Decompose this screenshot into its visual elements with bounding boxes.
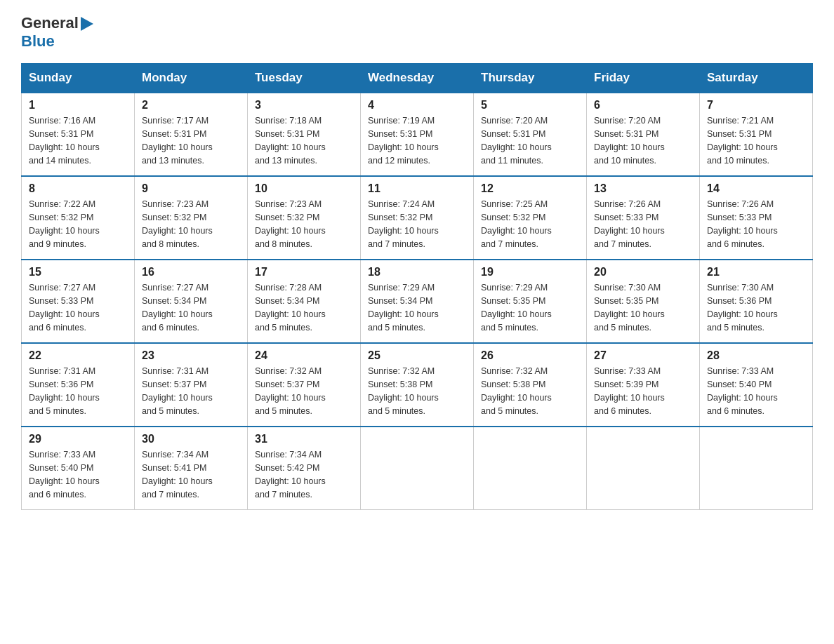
- day-number: 24: [255, 349, 353, 362]
- weekday-header-monday: Monday: [135, 64, 248, 93]
- day-info: Sunrise: 7:21 AM Sunset: 5:31 PM Dayligh…: [707, 114, 805, 167]
- weekday-header-friday: Friday: [587, 64, 700, 93]
- calendar-cell: 2 Sunrise: 7:17 AM Sunset: 5:31 PM Dayli…: [135, 93, 248, 176]
- weekday-header-row: SundayMondayTuesdayWednesdayThursdayFrid…: [22, 64, 813, 93]
- day-number: 14: [707, 182, 805, 195]
- day-number: 19: [481, 266, 579, 279]
- calendar-cell: 16 Sunrise: 7:27 AM Sunset: 5:34 PM Dayl…: [135, 260, 248, 343]
- weekday-header-wednesday: Wednesday: [361, 64, 474, 93]
- calendar-cell: 20 Sunrise: 7:30 AM Sunset: 5:35 PM Dayl…: [587, 260, 700, 343]
- day-number: 15: [29, 266, 127, 279]
- calendar-cell: 9 Sunrise: 7:23 AM Sunset: 5:32 PM Dayli…: [135, 176, 248, 260]
- day-info: Sunrise: 7:28 AM Sunset: 5:34 PM Dayligh…: [255, 281, 353, 334]
- calendar-cell: 15 Sunrise: 7:27 AM Sunset: 5:33 PM Dayl…: [22, 260, 135, 343]
- day-number: 9: [142, 182, 240, 195]
- day-info: Sunrise: 7:25 AM Sunset: 5:32 PM Dayligh…: [481, 198, 579, 250]
- day-number: 23: [142, 349, 240, 362]
- logo-arrow-icon: [81, 17, 93, 31]
- day-info: Sunrise: 7:20 AM Sunset: 5:31 PM Dayligh…: [481, 114, 579, 167]
- weekday-header-saturday: Saturday: [700, 64, 813, 93]
- day-number: 3: [255, 99, 353, 112]
- calendar-cell: 8 Sunrise: 7:22 AM Sunset: 5:32 PM Dayli…: [22, 176, 135, 260]
- calendar-table: SundayMondayTuesdayWednesdayThursdayFrid…: [21, 63, 813, 510]
- day-info: Sunrise: 7:27 AM Sunset: 5:34 PM Dayligh…: [142, 281, 240, 334]
- day-number: 12: [481, 182, 579, 195]
- calendar-cell: 31 Sunrise: 7:34 AM Sunset: 5:42 PM Dayl…: [248, 427, 361, 510]
- day-info: Sunrise: 7:18 AM Sunset: 5:31 PM Dayligh…: [255, 114, 353, 167]
- calendar-cell: [587, 427, 700, 510]
- day-number: 16: [142, 266, 240, 279]
- day-info: Sunrise: 7:22 AM Sunset: 5:32 PM Dayligh…: [29, 198, 127, 250]
- calendar-cell: 3 Sunrise: 7:18 AM Sunset: 5:31 PM Dayli…: [248, 93, 361, 176]
- calendar-cell: 27 Sunrise: 7:33 AM Sunset: 5:39 PM Dayl…: [587, 343, 700, 427]
- calendar-cell: [474, 427, 587, 510]
- calendar-week-row: 1 Sunrise: 7:16 AM Sunset: 5:31 PM Dayli…: [22, 93, 813, 176]
- calendar-cell: 22 Sunrise: 7:31 AM Sunset: 5:36 PM Dayl…: [22, 343, 135, 427]
- day-number: 5: [481, 99, 579, 112]
- calendar-cell: 4 Sunrise: 7:19 AM Sunset: 5:31 PM Dayli…: [361, 93, 474, 176]
- calendar-cell: 19 Sunrise: 7:29 AM Sunset: 5:35 PM Dayl…: [474, 260, 587, 343]
- calendar-cell: 24 Sunrise: 7:32 AM Sunset: 5:37 PM Dayl…: [248, 343, 361, 427]
- svg-marker-0: [81, 17, 93, 31]
- calendar-cell: 17 Sunrise: 7:28 AM Sunset: 5:34 PM Dayl…: [248, 260, 361, 343]
- calendar-cell: 23 Sunrise: 7:31 AM Sunset: 5:37 PM Dayl…: [135, 343, 248, 427]
- calendar-week-row: 8 Sunrise: 7:22 AM Sunset: 5:32 PM Dayli…: [22, 176, 813, 260]
- page-header: General Blue: [21, 14, 813, 51]
- calendar-cell: 6 Sunrise: 7:20 AM Sunset: 5:31 PM Dayli…: [587, 93, 700, 176]
- calendar-week-row: 15 Sunrise: 7:27 AM Sunset: 5:33 PM Dayl…: [22, 260, 813, 343]
- day-info: Sunrise: 7:29 AM Sunset: 5:35 PM Dayligh…: [481, 281, 579, 334]
- calendar-cell: 25 Sunrise: 7:32 AM Sunset: 5:38 PM Dayl…: [361, 343, 474, 427]
- logo-general: General: [21, 14, 79, 32]
- day-info: Sunrise: 7:32 AM Sunset: 5:38 PM Dayligh…: [481, 365, 579, 417]
- calendar-cell: 21 Sunrise: 7:30 AM Sunset: 5:36 PM Dayl…: [700, 260, 813, 343]
- weekday-header-thursday: Thursday: [474, 64, 587, 93]
- calendar-cell: 12 Sunrise: 7:25 AM Sunset: 5:32 PM Dayl…: [474, 176, 587, 260]
- calendar-week-row: 29 Sunrise: 7:33 AM Sunset: 5:40 PM Dayl…: [22, 427, 813, 510]
- calendar-cell: [700, 427, 813, 510]
- day-number: 21: [707, 266, 805, 279]
- day-number: 4: [368, 99, 466, 112]
- day-info: Sunrise: 7:33 AM Sunset: 5:40 PM Dayligh…: [29, 448, 127, 501]
- logo: General Blue: [21, 14, 93, 51]
- day-info: Sunrise: 7:33 AM Sunset: 5:39 PM Dayligh…: [594, 365, 692, 417]
- day-info: Sunrise: 7:31 AM Sunset: 5:37 PM Dayligh…: [142, 365, 240, 417]
- calendar-week-row: 22 Sunrise: 7:31 AM Sunset: 5:36 PM Dayl…: [22, 343, 813, 427]
- day-info: Sunrise: 7:33 AM Sunset: 5:40 PM Dayligh…: [707, 365, 805, 417]
- day-info: Sunrise: 7:27 AM Sunset: 5:33 PM Dayligh…: [29, 281, 127, 334]
- day-number: 18: [368, 266, 466, 279]
- day-info: Sunrise: 7:32 AM Sunset: 5:38 PM Dayligh…: [368, 365, 466, 417]
- calendar-cell: 30 Sunrise: 7:34 AM Sunset: 5:41 PM Dayl…: [135, 427, 248, 510]
- day-number: 22: [29, 349, 127, 362]
- logo-blue: Blue: [21, 32, 55, 50]
- calendar-cell: 1 Sunrise: 7:16 AM Sunset: 5:31 PM Dayli…: [22, 93, 135, 176]
- day-number: 26: [481, 349, 579, 362]
- day-info: Sunrise: 7:34 AM Sunset: 5:42 PM Dayligh…: [255, 448, 353, 501]
- day-info: Sunrise: 7:26 AM Sunset: 5:33 PM Dayligh…: [594, 198, 692, 250]
- calendar-cell: 28 Sunrise: 7:33 AM Sunset: 5:40 PM Dayl…: [700, 343, 813, 427]
- calendar-cell: 13 Sunrise: 7:26 AM Sunset: 5:33 PM Dayl…: [587, 176, 700, 260]
- calendar-cell: 11 Sunrise: 7:24 AM Sunset: 5:32 PM Dayl…: [361, 176, 474, 260]
- day-number: 13: [594, 182, 692, 195]
- day-number: 10: [255, 182, 353, 195]
- calendar-cell: 29 Sunrise: 7:33 AM Sunset: 5:40 PM Dayl…: [22, 427, 135, 510]
- day-info: Sunrise: 7:34 AM Sunset: 5:41 PM Dayligh…: [142, 448, 240, 501]
- day-number: 7: [707, 99, 805, 112]
- weekday-header-sunday: Sunday: [22, 64, 135, 93]
- calendar-cell: [361, 427, 474, 510]
- calendar-cell: 5 Sunrise: 7:20 AM Sunset: 5:31 PM Dayli…: [474, 93, 587, 176]
- day-info: Sunrise: 7:29 AM Sunset: 5:34 PM Dayligh…: [368, 281, 466, 334]
- day-info: Sunrise: 7:24 AM Sunset: 5:32 PM Dayligh…: [368, 198, 466, 250]
- day-info: Sunrise: 7:17 AM Sunset: 5:31 PM Dayligh…: [142, 114, 240, 167]
- day-info: Sunrise: 7:30 AM Sunset: 5:35 PM Dayligh…: [594, 281, 692, 334]
- day-info: Sunrise: 7:31 AM Sunset: 5:36 PM Dayligh…: [29, 365, 127, 417]
- day-number: 11: [368, 182, 466, 195]
- day-info: Sunrise: 7:16 AM Sunset: 5:31 PM Dayligh…: [29, 114, 127, 167]
- weekday-header-tuesday: Tuesday: [248, 64, 361, 93]
- day-number: 8: [29, 182, 127, 195]
- day-number: 17: [255, 266, 353, 279]
- day-number: 31: [255, 433, 353, 445]
- day-info: Sunrise: 7:32 AM Sunset: 5:37 PM Dayligh…: [255, 365, 353, 417]
- calendar-cell: 7 Sunrise: 7:21 AM Sunset: 5:31 PM Dayli…: [700, 93, 813, 176]
- calendar-cell: 26 Sunrise: 7:32 AM Sunset: 5:38 PM Dayl…: [474, 343, 587, 427]
- day-info: Sunrise: 7:20 AM Sunset: 5:31 PM Dayligh…: [594, 114, 692, 167]
